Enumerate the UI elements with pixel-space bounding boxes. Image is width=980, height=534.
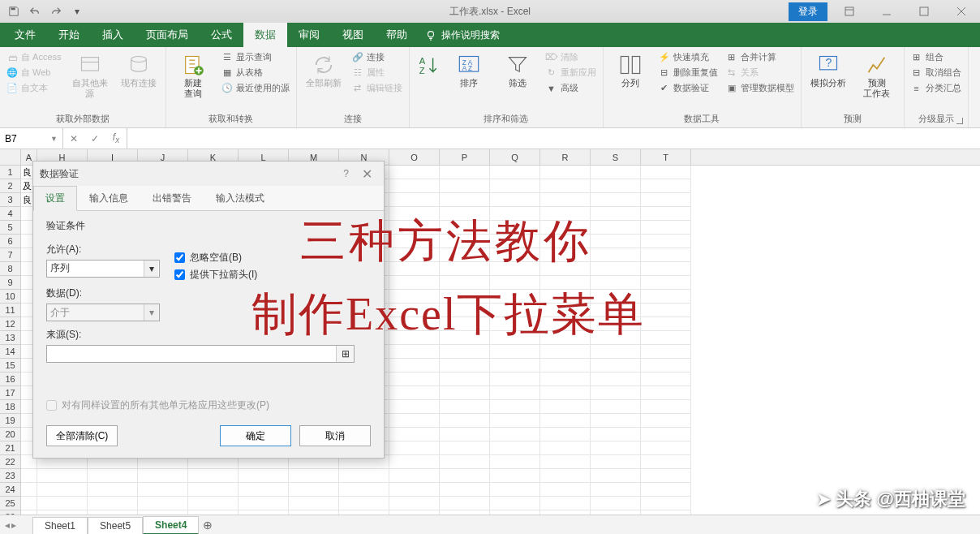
cell[interactable] [591, 317, 641, 331]
cell[interactable] [188, 483, 239, 497]
cell[interactable] [591, 304, 641, 317]
cell[interactable] [540, 179, 591, 193]
cell[interactable] [389, 317, 440, 331]
cell[interactable] [540, 290, 591, 304]
cell[interactable] [641, 386, 691, 400]
cell[interactable] [490, 373, 540, 386]
row-header[interactable]: 4 [0, 207, 20, 221]
cell[interactable] [641, 276, 691, 290]
tab-data[interactable]: 数据 [243, 23, 287, 47]
subtotal-button[interactable]: ≡分类汇总 [909, 81, 963, 95]
cell[interactable] [37, 497, 88, 510]
cell[interactable] [440, 304, 490, 317]
cell[interactable] [490, 193, 540, 207]
cell[interactable] [540, 414, 591, 428]
name-box[interactable]: B7▼ [0, 128, 63, 149]
cell[interactable] [641, 262, 691, 276]
cell[interactable] [591, 469, 641, 483]
cell[interactable] [540, 441, 591, 455]
cell[interactable] [591, 248, 641, 262]
row-header[interactable]: 10 [0, 290, 20, 304]
sheet-tab[interactable]: Sheet5 [88, 517, 143, 534]
cell[interactable] [540, 207, 591, 221]
cell[interactable] [389, 414, 440, 428]
cell[interactable] [490, 317, 540, 331]
new-query-button[interactable]: 新建 查询 [171, 50, 215, 99]
row-header[interactable]: 13 [0, 331, 20, 345]
from-access-button[interactable]: 🗃自 Access [5, 50, 63, 64]
confirm-edit-icon[interactable]: ✓ [84, 133, 105, 144]
cell[interactable] [641, 497, 691, 510]
dialog-tab-error-alert[interactable]: 出错警告 [140, 186, 204, 210]
tell-me-search[interactable]: 操作说明搜索 [425, 23, 500, 47]
cell[interactable] [289, 497, 339, 510]
row-header[interactable]: 6 [0, 235, 20, 248]
qat-customize-icon[interactable]: ▾ [68, 2, 86, 20]
cell[interactable] [641, 221, 691, 235]
cell[interactable] [490, 166, 540, 179]
dialog-tab-settings[interactable]: 设置 [33, 186, 77, 211]
cell[interactable] [389, 483, 440, 497]
cell[interactable] [591, 455, 641, 469]
cell[interactable] [339, 497, 389, 510]
cell[interactable] [389, 262, 440, 276]
cell[interactable] [540, 235, 591, 248]
cell[interactable] [389, 469, 440, 483]
cell[interactable] [540, 193, 591, 207]
connections-button[interactable]: 🔗连接 [350, 50, 404, 64]
cell[interactable] [641, 373, 691, 386]
fx-icon[interactable]: fx [105, 131, 127, 144]
cell[interactable] [389, 497, 440, 510]
select-all-corner[interactable] [0, 149, 21, 166]
in-cell-dropdown-checkbox[interactable]: 提供下拉箭头(I) [174, 268, 257, 282]
from-web-button[interactable]: 🌐自 Web [5, 66, 63, 80]
cell[interactable] [641, 441, 691, 455]
cell[interactable] [540, 497, 591, 510]
cell[interactable] [440, 193, 490, 207]
cell[interactable] [389, 331, 440, 345]
sheet-nav-next-icon[interactable]: ▸ [11, 519, 16, 531]
cell[interactable] [88, 497, 138, 510]
cell[interactable] [591, 497, 641, 510]
cell[interactable] [591, 166, 641, 179]
cell[interactable] [440, 235, 490, 248]
sheet-nav-prev-icon[interactable]: ◂ [5, 519, 10, 531]
cell[interactable] [389, 455, 440, 469]
cell[interactable] [591, 179, 641, 193]
ungroup-button[interactable]: ⊟取消组合 [909, 66, 963, 80]
cell[interactable] [440, 359, 490, 373]
cell[interactable] [440, 345, 490, 359]
row-header[interactable]: 8 [0, 262, 20, 276]
cell[interactable] [490, 441, 540, 455]
tab-insert[interactable]: 插入 [91, 23, 135, 47]
reapply-button[interactable]: ↻重新应用 [544, 66, 598, 80]
manage-data-model-button[interactable]: ▣管理数据模型 [724, 81, 796, 95]
row-header[interactable]: 22 [0, 455, 20, 469]
cell[interactable] [490, 414, 540, 428]
cell[interactable] [88, 483, 138, 497]
cell[interactable] [591, 331, 641, 345]
consolidate-button[interactable]: ⊞合并计算 [724, 50, 796, 64]
cell[interactable] [389, 359, 440, 373]
cell[interactable] [389, 235, 440, 248]
ok-button[interactable]: 确定 [220, 425, 291, 446]
cell[interactable] [540, 276, 591, 290]
cell[interactable] [540, 386, 591, 400]
tab-pagelayout[interactable]: 页面布局 [135, 23, 200, 47]
cell[interactable] [440, 276, 490, 290]
cell[interactable] [591, 359, 641, 373]
cell[interactable] [641, 193, 691, 207]
cell[interactable] [440, 179, 490, 193]
cell[interactable] [490, 469, 540, 483]
cell[interactable] [591, 221, 641, 235]
cell[interactable] [591, 345, 641, 359]
cell[interactable] [641, 428, 691, 441]
cell[interactable] [490, 276, 540, 290]
allow-combobox[interactable]: 序列▾ [46, 260, 160, 278]
cell[interactable] [641, 400, 691, 414]
cell[interactable] [540, 166, 591, 179]
cell[interactable] [389, 441, 440, 455]
dialog-close-icon[interactable]: ✕ [357, 166, 377, 182]
cell[interactable] [440, 290, 490, 304]
cell[interactable] [440, 414, 490, 428]
